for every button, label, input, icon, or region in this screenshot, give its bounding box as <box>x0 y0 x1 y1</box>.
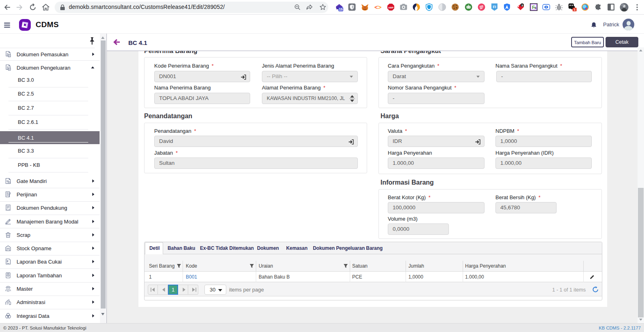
svg-text:15: 15 <box>339 7 343 11</box>
svg-text:FI: FI <box>493 5 496 9</box>
svg-text:9: 9 <box>521 4 523 7</box>
svg-text:s: s <box>534 6 536 10</box>
svg-text:1: 1 <box>574 8 575 11</box>
svg-text:ABP: ABP <box>388 6 393 9</box>
